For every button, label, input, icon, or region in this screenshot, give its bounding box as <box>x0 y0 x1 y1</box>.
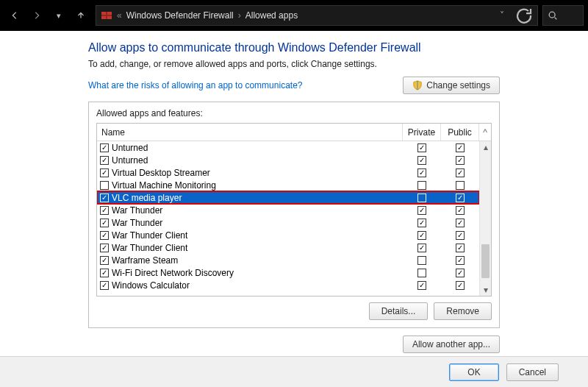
checkbox[interactable]: ✓ <box>456 231 465 240</box>
page-subtitle: To add, change, or remove allowed apps a… <box>88 59 500 69</box>
checkbox[interactable]: ✓ <box>100 168 109 177</box>
checkbox[interactable]: ✓ <box>456 244 465 252</box>
risks-link[interactable]: What are the risks of allowing an app to… <box>88 80 302 90</box>
checkbox[interactable]: ✓ <box>100 281 109 290</box>
app-name: Unturned <box>112 143 148 153</box>
address-field[interactable]: « Windows Defender Firewall › Allowed ap… <box>96 5 538 26</box>
breadcrumb-segment[interactable]: Allowed apps <box>245 10 298 21</box>
checkbox[interactable]: ✓ <box>100 269 109 277</box>
allow-another-app-button[interactable]: Allow another app... <box>403 335 500 353</box>
svg-rect-2 <box>106 12 107 19</box>
checkbox[interactable]: ✓ <box>456 194 465 202</box>
table-row[interactable]: ✓War Thunder Client✓✓ <box>97 241 479 254</box>
remove-button[interactable]: Remove <box>434 302 492 320</box>
recent-locations-button[interactable]: ▾ <box>49 5 69 26</box>
column-header-name[interactable]: Name <box>97 124 403 141</box>
scroll-thumb[interactable] <box>481 244 490 278</box>
checkbox[interactable] <box>417 194 426 202</box>
checkbox[interactable] <box>417 256 426 265</box>
checkbox[interactable]: ✓ <box>417 143 426 152</box>
table-row[interactable]: ✓Wi-Fi Direct Network Discovery✓ <box>97 266 479 279</box>
checkbox[interactable]: ✓ <box>417 219 426 227</box>
checkbox[interactable]: ✓ <box>100 256 109 265</box>
checkbox[interactable] <box>417 269 426 277</box>
refresh-button[interactable] <box>515 7 533 24</box>
column-header-public[interactable]: Public <box>441 124 479 141</box>
details-button[interactable]: Details... <box>369 302 429 320</box>
checkbox[interactable]: ✓ <box>456 168 465 177</box>
private-cell: ✓ <box>403 281 441 290</box>
up-button[interactable] <box>71 5 91 26</box>
checkbox[interactable]: ✓ <box>100 156 109 165</box>
checkbox[interactable]: ✓ <box>456 219 465 227</box>
checkbox[interactable]: ✓ <box>417 156 426 165</box>
private-cell: ✓ <box>403 143 441 152</box>
address-history-button[interactable]: ˅ <box>493 7 511 24</box>
table-row[interactable]: ✓Virtual Desktop Streamer✓✓ <box>97 166 479 179</box>
public-cell <box>441 181 479 190</box>
vertical-scrollbar[interactable]: ▴ ▾ <box>479 141 491 296</box>
checkbox[interactable]: ✓ <box>100 206 109 215</box>
breadcrumb-segment[interactable]: Windows Defender Firewall <box>126 10 234 21</box>
table-row[interactable]: Virtual Machine Monitoring <box>97 179 479 191</box>
checkbox[interactable]: ✓ <box>456 281 465 290</box>
checkbox[interactable]: ✓ <box>417 281 426 290</box>
public-cell: ✓ <box>441 256 479 265</box>
back-button[interactable] <box>4 5 25 26</box>
private-cell <box>403 194 441 202</box>
table-row[interactable]: ✓Unturned✓✓ <box>97 141 479 154</box>
table-header: Name Private Public ^ <box>97 124 491 141</box>
checkbox[interactable]: ✓ <box>100 231 109 240</box>
checkbox[interactable]: ✓ <box>456 269 465 277</box>
ok-button[interactable]: OK <box>449 363 498 381</box>
checkbox[interactable]: ✓ <box>417 168 426 177</box>
table-row[interactable]: ✓War Thunder✓✓ <box>97 204 479 216</box>
checkbox[interactable]: ✓ <box>100 143 109 152</box>
private-cell: ✓ <box>403 244 441 252</box>
cancel-button[interactable]: Cancel <box>506 363 559 381</box>
checkbox[interactable]: ✓ <box>456 206 465 215</box>
table-row[interactable]: ✓Windows Calculator✓✓ <box>97 279 479 291</box>
table-row[interactable]: ✓Unturned✓✓ <box>97 154 479 166</box>
checkbox[interactable]: ✓ <box>100 244 109 252</box>
change-settings-label: Change settings <box>426 80 490 90</box>
app-name: Virtual Machine Monitoring <box>112 180 216 191</box>
private-cell: ✓ <box>403 206 441 215</box>
table-row[interactable]: ✓War Thunder✓✓ <box>97 216 479 229</box>
table-row[interactable]: ✓Warframe Steam✓ <box>97 254 479 266</box>
private-cell: ✓ <box>403 219 441 227</box>
checkbox[interactable]: ✓ <box>417 206 426 215</box>
checkbox[interactable]: ✓ <box>417 244 426 252</box>
search-box[interactable] <box>542 5 584 26</box>
column-header-private[interactable]: Private <box>403 124 441 141</box>
apps-table: Name Private Public ^ ✓Unturned✓✓✓Unturn… <box>96 123 492 297</box>
public-cell: ✓ <box>441 281 479 290</box>
public-cell: ✓ <box>441 231 479 240</box>
allowed-apps-panel: Allowed apps and features: Name Private … <box>88 102 500 328</box>
private-cell <box>403 256 441 265</box>
table-row[interactable]: ✓VLC media player✓ <box>97 191 479 204</box>
scroll-up-button[interactable]: ▴ <box>480 141 491 153</box>
public-cell: ✓ <box>441 244 479 252</box>
app-name: Wi-Fi Direct Network Discovery <box>112 268 234 278</box>
checkbox[interactable]: ✓ <box>456 156 465 165</box>
private-cell: ✓ <box>403 156 441 165</box>
checkbox[interactable] <box>417 181 426 190</box>
dialog-footer: OK Cancel <box>0 356 588 387</box>
table-body: ✓Unturned✓✓✓Unturned✓✓✓Virtual Desktop S… <box>97 141 479 296</box>
checkbox[interactable]: ✓ <box>456 256 465 265</box>
change-settings-button[interactable]: Change settings <box>403 77 500 94</box>
scroll-down-button[interactable]: ▾ <box>480 284 491 296</box>
checkbox[interactable]: ✓ <box>456 143 465 152</box>
checkbox[interactable]: ✓ <box>417 231 426 240</box>
public-cell: ✓ <box>441 269 479 277</box>
public-cell: ✓ <box>441 168 479 177</box>
checkbox[interactable] <box>456 181 465 190</box>
forward-button[interactable] <box>26 5 47 26</box>
checkbox[interactable]: ✓ <box>100 194 109 202</box>
page-body: Allow apps to communicate through Window… <box>0 31 588 387</box>
table-row[interactable]: ✓War Thunder Client✓✓ <box>97 229 479 241</box>
panel-label: Allowed apps and features: <box>96 108 492 118</box>
checkbox[interactable]: ✓ <box>100 219 109 227</box>
checkbox[interactable] <box>100 181 109 190</box>
